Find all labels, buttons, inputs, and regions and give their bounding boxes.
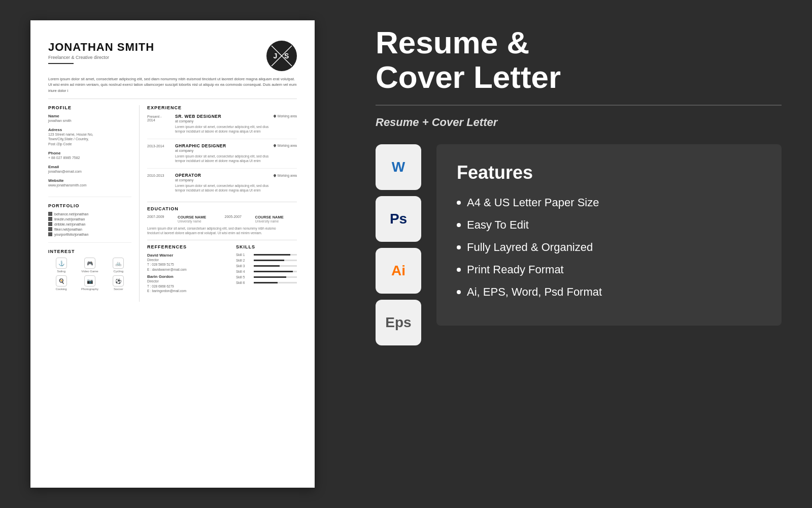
interest-cycling: 🚲 Cycling <box>106 258 131 273</box>
exp-title-2: GHRAPHIC DESIGNER <box>175 143 226 148</box>
feature-item-1: A4 & US Letter Paper Size <box>457 196 761 209</box>
website-value: www.jonathansmith.com <box>48 183 131 188</box>
exp-content-2: GHRAPHIC DESIGNER Working area at compan… <box>175 143 297 163</box>
portfolio-icon <box>48 217 52 221</box>
resume-preview: JONATHAN SMITH Freelancer & Creative dir… <box>30 20 315 488</box>
product-title: Resume & Cover Letter <box>376 25 782 94</box>
ref1-detail: DirectorT : 028 5869 5175E : davidwarner… <box>147 258 231 272</box>
skill-2: Skill 2 <box>236 259 297 262</box>
exp-date-3: 2010-2013 <box>147 174 175 177</box>
resume-right-col: EXPERIENCE Present -2014 SR. WEB DESIGNE… <box>140 105 297 302</box>
skill-5: Skill 5 <box>236 275 297 279</box>
feature-item-5: Ai, EPS, Word, Psd Format <box>457 285 761 299</box>
name-underline <box>48 63 74 64</box>
exp-title-3: OPERATOR <box>175 173 201 178</box>
portfolio-link-text: behance.net/jonathan <box>54 212 88 216</box>
ps-icon: Ps <box>376 196 421 242</box>
portfolio-icon <box>48 222 52 226</box>
skills-section-title: SKILLS <box>236 244 297 249</box>
profile-section-title: PROFILE <box>48 105 131 110</box>
videogame-icon: 🎮 <box>84 258 95 269</box>
subtitle: Resume + Cover Letter <box>376 116 782 129</box>
features-box: Features A4 & US Letter Paper Size Easy … <box>436 144 782 326</box>
exp-title-1: SR. WEB DESIGNER <box>175 114 221 119</box>
skill-bar-fill-4 <box>254 271 293 272</box>
skill-1: Skill 1 <box>236 253 297 257</box>
exp-divider-2 <box>147 168 297 169</box>
word-icon: W <box>376 144 421 190</box>
feature-bullet-5 <box>457 290 461 294</box>
portfolio-section-title: PORTFOLIO <box>48 203 131 208</box>
feature-item-3: Fully Layred & Organized <box>457 241 761 254</box>
edu-desc: Lorem ipsum dlor sit amet, consectetuer … <box>147 226 297 235</box>
profile-name-item: Name jonathan smith <box>48 114 131 123</box>
eps-icon: Eps <box>376 300 421 345</box>
portfolio-link-text: dribble.net/jonathan <box>54 223 86 226</box>
portfolio-section: PORTFOLIO behance.net/jonathan linkdin.n… <box>48 203 131 243</box>
skill-bar-fill-2 <box>254 260 284 261</box>
portfolio-icon <box>48 212 52 216</box>
exp-desc-3: Lorem ipsum dolor sit amet, consectetur … <box>175 183 297 193</box>
skill-label-1: Skill 1 <box>236 253 251 257</box>
experience-section: EXPERIENCE Present -2014 SR. WEB DESIGNE… <box>147 105 297 203</box>
ai-icon-label: Ai <box>391 263 405 279</box>
email-value: jonathan@email.com <box>48 169 131 174</box>
photography-label: Photography <box>81 288 98 291</box>
feature-text-3: Fully Layred & Organized <box>467 241 593 254</box>
edu-date-1: 2007-2009 <box>147 215 173 218</box>
cooking-label: Cooking <box>56 288 67 291</box>
feature-item-2: Easy To Edit <box>457 218 761 232</box>
software-icons-col: W Ps Ai Eps <box>376 144 426 345</box>
resume-intro: Lorem ipsum dolor sit amet, consectetuer… <box>48 76 297 99</box>
education-section: EDUCATION 2007-2009 COURSE NAME Universi… <box>147 206 297 240</box>
cooking-icon: 🍳 <box>56 275 67 287</box>
sailing-icon: ⚓ <box>56 258 67 269</box>
profile-section: PROFILE Name jonathan smith Adress 123 S… <box>48 105 131 198</box>
address-label: Adress <box>48 128 131 132</box>
exp-company-3: at company <box>175 178 297 182</box>
bottom-section: W Ps Ai Eps Features A4 & US Letter Pape… <box>376 144 782 488</box>
exp-content-3: OPERATOR Working area at company Lorem i… <box>175 173 297 193</box>
edu-item-1: COURSE NAME University name <box>178 215 220 223</box>
feature-bullet-2 <box>457 223 461 227</box>
skill-3: Skill 3 <box>236 264 297 268</box>
interest-section-title: INTEREST <box>48 249 131 254</box>
ai-icon: Ai <box>376 248 421 294</box>
website-label: Website <box>48 178 131 183</box>
skill-bar-bg-2 <box>254 260 297 261</box>
feature-bullet-4 <box>457 268 461 272</box>
skill-label-2: Skill 2 <box>236 259 251 262</box>
skill-bar-bg-3 <box>254 265 297 267</box>
resume-header: JONATHAN SMITH Freelancer & Creative dir… <box>48 41 297 71</box>
references-section-title: REFFERENCES <box>147 244 231 249</box>
exp-content-1: SR. WEB DESIGNER Working area at company… <box>175 114 297 134</box>
videogame-label: Video Game <box>81 270 98 273</box>
location-dot-2 <box>273 144 277 147</box>
exp-header-2: 2013-2014 GHRAPHIC DESIGNER Working area <box>147 143 297 163</box>
feature-item-4: Print Ready Format <box>457 263 761 276</box>
edu-course-1: COURSE NAME <box>178 215 220 219</box>
skill-bar-bg-6 <box>254 282 297 283</box>
skill-label-4: Skill 4 <box>236 270 251 273</box>
exp-location-2: Working area <box>274 144 297 147</box>
exp-date-1: Present -2014 <box>147 115 175 122</box>
cycling-icon: 🚲 <box>113 258 124 269</box>
portfolio-link-text: linkdin.net/jonathan <box>54 217 85 221</box>
portfolio-link-4: fliker.net/jonathan <box>48 227 131 231</box>
feature-bullet-1 <box>457 201 461 205</box>
exp-item-1: Present -2014 SR. WEB DESIGNER Working a… <box>147 114 297 134</box>
left-panel: JONATHAN SMITH Freelancer & Creative dir… <box>0 0 345 508</box>
skill-bar-fill-1 <box>254 254 290 256</box>
portfolio-check-icon <box>48 232 52 236</box>
eps-icon-label: Eps <box>385 314 411 331</box>
location-text-2: Working area <box>277 144 297 147</box>
word-icon-label: W <box>392 159 405 175</box>
interest-soccer: ⚽ Soccer <box>106 275 131 291</box>
profile-email-item: Email jonathan@email.com <box>48 165 131 174</box>
bottom-row: REFFERENCES David Warner DirectorT : 028… <box>147 244 297 296</box>
interest-photography: 📷 Photography <box>77 275 103 291</box>
address-value: 123 Street name, House No,Town/City,Stat… <box>48 132 131 147</box>
sailing-label: Saling <box>57 270 65 273</box>
photography-icon: 📷 <box>84 275 95 287</box>
ref1-name: David Warner <box>147 253 231 258</box>
